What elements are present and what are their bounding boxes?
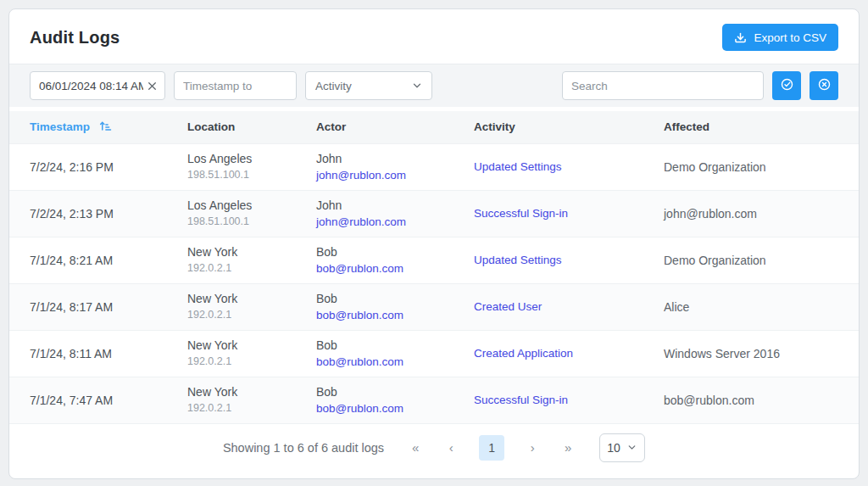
location-cell: New York 192.0.2.1 — [187, 283, 316, 330]
actor-email-link[interactable]: bob@rublon.com — [316, 309, 403, 321]
activity-link[interactable]: Created User — [474, 300, 542, 313]
affected-cell: Windows Server 2016 — [664, 330, 859, 377]
activity-link[interactable]: Created Application — [474, 347, 573, 360]
location-cell: Los Angeles 198.51.100.1 — [187, 190, 316, 237]
actor-cell: Bob bob@rublon.com — [316, 330, 474, 377]
location-city: Los Angeles — [187, 152, 316, 166]
actor-name: Bob — [316, 338, 474, 353]
pager: « ‹ 1 › » — [408, 435, 576, 461]
location-ip: 192.0.2.1 — [187, 262, 316, 275]
activity-link[interactable]: Updated Settings — [474, 160, 562, 173]
pagination-footer: Showing 1 to 6 of 6 audit logs « ‹ 1 › »… — [9, 424, 859, 479]
timestamp-cell: 7/2/24, 2:16 PM — [9, 143, 187, 190]
actor-email-link[interactable]: bob@rublon.com — [316, 355, 403, 368]
actor-name: John — [316, 198, 474, 213]
affected-cell: Demo Organization — [664, 237, 859, 283]
location-city: New York — [187, 292, 316, 306]
location-ip: 192.0.2.1 — [187, 402, 316, 415]
page-title: Audit Logs — [30, 28, 120, 47]
location-cell: New York 192.0.2.1 — [187, 330, 316, 377]
location-ip: 192.0.2.1 — [187, 355, 316, 368]
audit-logs-table: Timestamp Location Actor Activity Affect… — [9, 111, 859, 424]
activity-select-value: Activity — [315, 80, 352, 92]
location-ip: 198.51.100.1 — [187, 215, 316, 228]
column-header-affected: Affected — [664, 111, 859, 143]
actor-cell: John john@rublon.com — [316, 190, 474, 237]
location-cell: Los Angeles 198.51.100.1 — [187, 143, 316, 190]
location-ip: 198.51.100.1 — [187, 169, 316, 182]
search-input[interactable] — [562, 71, 764, 100]
activity-link[interactable]: Successful Sign-in — [474, 207, 568, 220]
actor-email-link[interactable]: john@rublon.com — [316, 169, 406, 182]
activity-cell: Created User — [474, 283, 664, 330]
next-page-button[interactable]: › — [525, 440, 540, 455]
activity-cell: Updated Settings — [474, 143, 664, 190]
sort-ascending-icon — [99, 122, 112, 135]
actor-name: John — [316, 152, 474, 166]
check-circle-icon — [780, 77, 794, 94]
actor-name: Bob — [316, 245, 474, 260]
activity-link[interactable]: Successful Sign-in — [474, 394, 568, 406]
card-header: Audit Logs Export to CSV — [9, 9, 859, 64]
table-row: 7/1/24, 7:47 AM New York 192.0.2.1 Bob b… — [9, 377, 859, 423]
actor-cell: John john@rublon.com — [316, 143, 474, 190]
column-header-actor: Actor — [316, 111, 474, 143]
download-icon — [734, 31, 747, 44]
activity-cell: Successful Sign-in — [474, 190, 664, 237]
affected-cell: john@rublon.com — [664, 190, 859, 237]
prev-page-button[interactable]: ‹ — [443, 440, 459, 455]
location-city: New York — [187, 245, 316, 260]
table-row: 7/2/24, 2:13 PM Los Angeles 198.51.100.1… — [9, 190, 859, 237]
location-city: New York — [187, 385, 316, 399]
activity-link[interactable]: Updated Settings — [474, 254, 562, 266]
actor-name: Bob — [316, 292, 474, 306]
actor-email-link[interactable]: bob@rublon.com — [316, 402, 403, 415]
timestamp-from-field — [30, 71, 165, 100]
chevron-down-icon — [626, 442, 637, 453]
table-row: 7/1/24, 8:17 AM New York 192.0.2.1 Bob b… — [9, 283, 859, 330]
column-header-timestamp[interactable]: Timestamp — [9, 111, 187, 143]
actor-cell: Bob bob@rublon.com — [316, 283, 474, 330]
first-page-button[interactable]: « — [408, 440, 423, 455]
location-cell: New York 192.0.2.1 — [187, 377, 316, 423]
location-city: New York — [187, 338, 316, 353]
timestamp-cell: 7/1/24, 7:47 AM — [9, 377, 187, 423]
column-header-location: Location — [187, 111, 316, 143]
column-header-activity: Activity — [474, 111, 664, 143]
timestamp-cell: 7/1/24, 8:11 AM — [9, 330, 187, 377]
timestamp-to-input[interactable] — [174, 71, 297, 100]
actor-cell: Bob bob@rublon.com — [316, 237, 474, 283]
activity-cell: Created Application — [474, 330, 664, 377]
apply-filters-button[interactable] — [772, 71, 801, 100]
timestamp-from-input[interactable] — [39, 80, 143, 92]
actor-email-link[interactable]: john@rublon.com — [316, 215, 406, 228]
table-header-row: Timestamp Location Actor Activity Affect… — [9, 111, 859, 143]
x-circle-icon — [817, 77, 832, 94]
affected-cell: Demo Organization — [664, 143, 859, 190]
table-row: 7/1/24, 8:21 AM New York 192.0.2.1 Bob b… — [9, 237, 859, 283]
table-row: 7/2/24, 2:16 PM Los Angeles 198.51.100.1… — [9, 143, 859, 190]
filter-bar: Activity — [9, 64, 859, 107]
export-csv-label: Export to CSV — [754, 31, 826, 44]
clear-filters-button[interactable] — [810, 71, 838, 100]
x-icon[interactable] — [143, 81, 158, 92]
page-size-value: 10 — [607, 441, 620, 455]
affected-cell: Alice — [664, 283, 859, 330]
timestamp-cell: 7/2/24, 2:13 PM — [9, 190, 187, 237]
actor-name: Bob — [316, 385, 474, 399]
page-size-select[interactable]: 10 — [599, 433, 645, 462]
timestamp-cell: 7/1/24, 8:17 AM — [9, 283, 187, 330]
audit-logs-card: Audit Logs Export to CSV Activity — [8, 8, 860, 479]
current-page-button[interactable]: 1 — [479, 435, 504, 461]
table-body: 7/2/24, 2:16 PM Los Angeles 198.51.100.1… — [9, 143, 859, 423]
activity-cell: Successful Sign-in — [474, 377, 664, 423]
last-page-button[interactable]: » — [560, 440, 576, 455]
location-ip: 192.0.2.1 — [187, 309, 316, 321]
actor-email-link[interactable]: bob@rublon.com — [316, 262, 403, 275]
actor-cell: Bob bob@rublon.com — [316, 377, 474, 423]
export-csv-button[interactable]: Export to CSV — [722, 24, 838, 51]
pagination-summary: Showing 1 to 6 of 6 audit logs — [223, 441, 384, 455]
activity-select[interactable]: Activity — [305, 71, 432, 100]
table-row: 7/1/24, 8:11 AM New York 192.0.2.1 Bob b… — [9, 330, 859, 377]
timestamp-cell: 7/1/24, 8:21 AM — [9, 237, 187, 283]
